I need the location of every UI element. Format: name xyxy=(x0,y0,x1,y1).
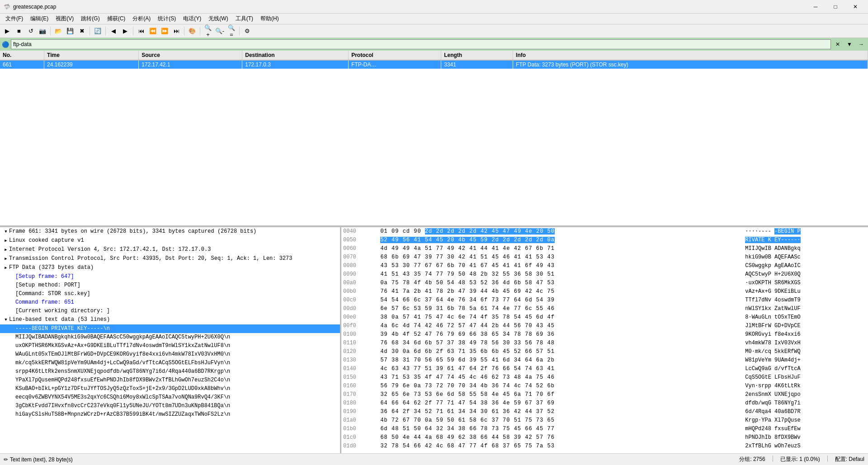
hex-bytes: 01 09 cd 90 2d 2d 2d 2d 2d 42 45 47 49 4… xyxy=(378,227,738,236)
detail-item[interactable]: eecq0v6ZWBVYNX54V5ME3s2qxYc6CSQhi6Moy8xW… xyxy=(0,393,340,402)
hex-row: 011076 68 34 6d 6b 57 37 38 49 78 56 30 … xyxy=(341,339,868,348)
toolbar-next-btn[interactable]: ⏩ xyxy=(159,26,170,37)
menu-item-y[interactable]: 电话(Y) xyxy=(179,14,205,24)
menu-item-g[interactable]: 跳转(G) xyxy=(77,14,103,24)
toolbar-start-btn[interactable]: ▶ xyxy=(2,26,13,37)
detail-item[interactable]: mk/cq5kkERfWQW81pVeYm9UAm4dj+LcCwQ9aGd/v… xyxy=(0,359,340,367)
menu-item-v[interactable]: 视图(V) xyxy=(52,14,77,24)
minimize-button[interactable]: ─ xyxy=(807,0,825,13)
detail-item[interactable]: [Setup frame: 647] xyxy=(0,272,340,281)
toolbar-open-btn[interactable]: 📂 xyxy=(53,26,64,37)
detail-item[interactable]: KSuBAO+bIkL+pGY1z7DFtuJYfTOSJyQ5zQzToxS+… xyxy=(0,385,340,393)
menu-item-w[interactable]: 无线(W) xyxy=(205,14,231,24)
detail-item[interactable]: [Current working directory: ] xyxy=(0,307,340,315)
filter-clear-btn[interactable]: ✕ xyxy=(833,39,843,49)
expand-arrow-icon: ▼ xyxy=(3,316,9,324)
status-segments: 分组: 2756 xyxy=(739,456,765,463)
hex-offset: 0090 xyxy=(341,270,378,279)
menu-item-t[interactable]: 工具(T) xyxy=(232,14,257,24)
detail-text: [Current working directory: ] xyxy=(15,308,110,314)
detail-text: -----BEGIN PRIVATE KEY-----\n xyxy=(15,325,110,332)
hex-bytes: 4d 30 0a 6d 6b 2f 63 71 35 6b 6b 45 52 6… xyxy=(378,348,738,356)
detail-item[interactable]: WAuGLnt05xTEmOJlMtBFrWGD+DVpCE9KORGvyif8… xyxy=(0,350,340,359)
detail-item[interactable]: ▶Internet Protocol Version 4, Src: 172.1… xyxy=(0,245,340,254)
toolbar-zoom-normal-btn[interactable]: 🔍= xyxy=(226,26,237,37)
detail-item[interactable]: Command frame: 651 xyxy=(0,298,340,307)
toolbar-sep2 xyxy=(90,27,90,36)
hex-offset: 0040 xyxy=(341,227,378,236)
detail-item[interactable]: srpp4K6tLtRk2ensSnmXUXNEjqpodfdb/wqGT86N… xyxy=(0,367,340,376)
hex-bytes: 4b 72 67 70 0a 59 50 61 58 6c 37 70 51 7… xyxy=(378,416,738,425)
hex-offset: 0080 xyxy=(341,262,378,270)
menu-item-c[interactable]: 捕获(C) xyxy=(104,14,129,24)
status-text: Text item (text), 28 byte(s) xyxy=(10,456,73,463)
toolbar-zoom-out-btn[interactable]: 🔍- xyxy=(214,26,225,37)
detail-item[interactable]: uxOKPTHSR6MkXGSvAz+Ax+G9DKEiBLuTTfl7dNv4… xyxy=(0,342,340,350)
toolbar-sep3 xyxy=(105,27,106,36)
app-icon: 🦈 xyxy=(4,4,10,10)
hex-ascii: hPNDJhIb 8fDX9BWv xyxy=(738,433,868,442)
toolbar-forward-btn[interactable]: ▶ xyxy=(120,26,131,37)
hex-ascii: 9KORGvyi f8e4xxi6 xyxy=(738,330,868,339)
menu-item-f[interactable]: 文件(F) xyxy=(2,14,27,24)
hex-bytes: 4c 63 43 77 51 39 61 47 64 2f 76 66 54 7… xyxy=(378,365,738,373)
toolbar-capture-btn[interactable]: 📷 xyxy=(37,26,48,37)
col-info: Info xyxy=(513,51,868,60)
status-divider2 xyxy=(827,456,828,462)
toolbar-back-btn[interactable]: ◀ xyxy=(108,26,119,37)
detail-items: ▼Frame 661: 3341 bytes on wire (26728 bi… xyxy=(0,227,340,419)
hex-panel[interactable]: 004001 09 cd 90 2d 2d 2d 2d 2d 42 45 47 … xyxy=(341,227,868,453)
expand-arrow-icon: ▼ xyxy=(3,228,9,236)
packet-detail[interactable]: ▼Frame 661: 3341 bytes on wire (26728 bi… xyxy=(0,227,341,453)
detail-item[interactable]: 3gCbKtFvdd7IHvxfn8vcCrC237eVkq0Fl1y5UNeJ… xyxy=(0,402,340,410)
toolbar-restart-btn[interactable]: ↺ xyxy=(25,26,36,37)
detail-link[interactable]: [Setup frame: 647] xyxy=(15,273,74,280)
menu-item-e[interactable]: 编辑(E) xyxy=(27,14,52,24)
menu-item-h[interactable]: 帮助(H) xyxy=(257,14,283,24)
hex-offset: 0060 xyxy=(341,244,378,253)
detail-link[interactable]: Command frame: 651 xyxy=(15,299,74,305)
toolbar-coloring-btn[interactable]: 🎨 xyxy=(187,26,198,37)
filter-icon: 🔵 xyxy=(2,41,9,48)
hex-offset: 0110 xyxy=(341,339,378,348)
toolbar-reload-btn[interactable]: 🔄 xyxy=(92,26,103,37)
toolbar-save-btn[interactable]: 💾 xyxy=(65,26,75,37)
detail-item[interactable]: ▶FTP Data (3273 bytes data) xyxy=(0,263,340,272)
detail-item[interactable]: ▶Transmission Control Protocol, Src Port… xyxy=(0,254,340,263)
toolbar-settings-btn[interactable]: ⚙ xyxy=(242,26,253,37)
detail-item[interactable]: ▼Frame 661: 3341 bytes on wire (26728 bi… xyxy=(0,227,340,236)
filter-input[interactable]: ftp-data xyxy=(11,39,831,49)
hex-row: 018064 66 64 62 2f 77 71 47 54 38 36 4e … xyxy=(341,399,868,408)
detail-item[interactable]: [Setup method: PORT] xyxy=(0,281,340,290)
toolbar-stop-btn[interactable]: ■ xyxy=(14,26,24,37)
hex-bytes: 52 49 56 41 54 45 20 4b 45 59 2d 2d 2d 2… xyxy=(378,236,738,244)
detail-item[interactable]: hiGayCSlsHuTS8B+MnpnzWCrzD+rAzCB37B599iB… xyxy=(0,410,340,419)
toolbar-zoom-in-btn[interactable]: 🔍+ xyxy=(203,26,213,37)
maximize-button[interactable]: □ xyxy=(826,0,844,13)
hex-offset: 01c0 xyxy=(341,433,378,442)
filter-apply-btn[interactable]: → xyxy=(856,39,866,49)
hex-row: 00f04a 6c 4d 74 42 46 72 57 47 44 2b 44 … xyxy=(341,322,868,330)
toolbar-first-btn[interactable]: ⏮ xyxy=(136,26,146,37)
detail-item[interactable]: YPaXl7pQusemHQPd248fxsuEfEwhPNDJhIb8fDX9… xyxy=(0,376,340,385)
hex-offset: 0140 xyxy=(341,365,378,373)
window-controls: ─ □ ✕ xyxy=(807,0,864,13)
hex-ascii: ·uxOKPTH SR6MkXGS xyxy=(738,279,868,287)
menu-item-s[interactable]: 统计(S) xyxy=(154,14,179,24)
col-source: Source xyxy=(139,51,242,60)
toolbar-last-btn[interactable]: ⏭ xyxy=(171,26,182,37)
packet-row[interactable]: 66124.162239172.17.42.1172.17.0.3FTP-DA…… xyxy=(0,60,868,69)
detail-item[interactable]: ▶Linux cooked capture v1 xyxy=(0,236,340,245)
toolbar-close-btn[interactable]: ✖ xyxy=(76,26,87,37)
toolbar-prev-btn[interactable]: ⏪ xyxy=(147,26,158,37)
close-button[interactable]: ✕ xyxy=(846,0,864,13)
menu-item-a[interactable]: 分析(A) xyxy=(129,14,154,24)
filter-bookmark-btn[interactable]: ▼ xyxy=(844,39,854,49)
expand-arrow-icon: ▶ xyxy=(3,255,9,263)
detail-item[interactable]: ▼Line-based text data (53 lines) xyxy=(0,315,340,324)
detail-item[interactable]: -----BEGIN PRIVATE KEY-----\n xyxy=(0,324,340,333)
detail-item[interactable]: [Command: STOR ssc.key] xyxy=(0,290,340,298)
detail-item[interactable]: MIIJQwIBADANBgkqhkiG9w0BAQEFAAScC50wggkp… xyxy=(0,333,340,342)
hex-bytes: 32 65 6e 73 53 6e 6d 58 55 58 4e 45 6a 7… xyxy=(378,390,738,399)
hex-ascii: M0·mk/cq 5kkERfWQ xyxy=(738,348,868,356)
